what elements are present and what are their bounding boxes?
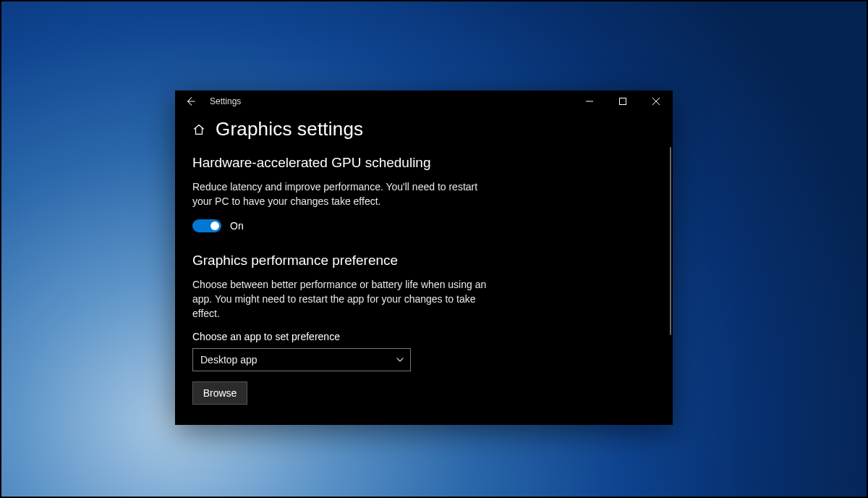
gpu-toggle-row: On	[192, 219, 655, 232]
chevron-down-icon	[396, 355, 404, 364]
close-icon	[652, 98, 660, 105]
performance-preference-description: Choose between better performance or bat…	[192, 277, 503, 321]
choose-app-label: Choose an app to set preference	[192, 331, 655, 342]
back-button[interactable]	[175, 90, 205, 112]
svg-rect-0	[620, 98, 626, 105]
dropdown-selected-value: Desktop app	[200, 354, 258, 366]
toggle-knob	[210, 221, 219, 230]
gpu-scheduling-description: Reduce latency and improve performance. …	[192, 180, 482, 209]
maximize-icon	[619, 98, 626, 105]
gpu-scheduling-heading: Hardware-accelerated GPU scheduling	[192, 155, 655, 171]
maximize-button[interactable]	[606, 90, 639, 112]
page-header: Graphics settings	[192, 118, 655, 140]
arrow-left-icon	[185, 96, 195, 106]
performance-preference-heading: Graphics performance preference	[192, 253, 655, 269]
desktop-wallpaper: Settings Gra	[0, 0, 868, 498]
gpu-toggle-state-label: On	[230, 220, 244, 232]
content-area: Graphics settings Hardware-accelerated G…	[175, 112, 673, 425]
settings-window: Settings Gra	[175, 90, 673, 425]
page-title: Graphics settings	[216, 118, 363, 140]
scrollbar[interactable]	[670, 147, 671, 335]
home-button[interactable]	[192, 123, 205, 136]
close-button[interactable]	[639, 90, 673, 112]
app-type-dropdown[interactable]: Desktop app	[192, 348, 411, 371]
minimize-button[interactable]	[573, 90, 606, 112]
titlebar: Settings	[175, 90, 673, 112]
gpu-scheduling-toggle[interactable]	[192, 219, 221, 232]
browse-button[interactable]: Browse	[192, 381, 247, 405]
minimize-icon	[586, 98, 593, 105]
window-controls	[573, 90, 673, 112]
window-title: Settings	[210, 96, 241, 106]
browse-button-label: Browse	[203, 387, 237, 399]
home-icon	[192, 123, 205, 136]
